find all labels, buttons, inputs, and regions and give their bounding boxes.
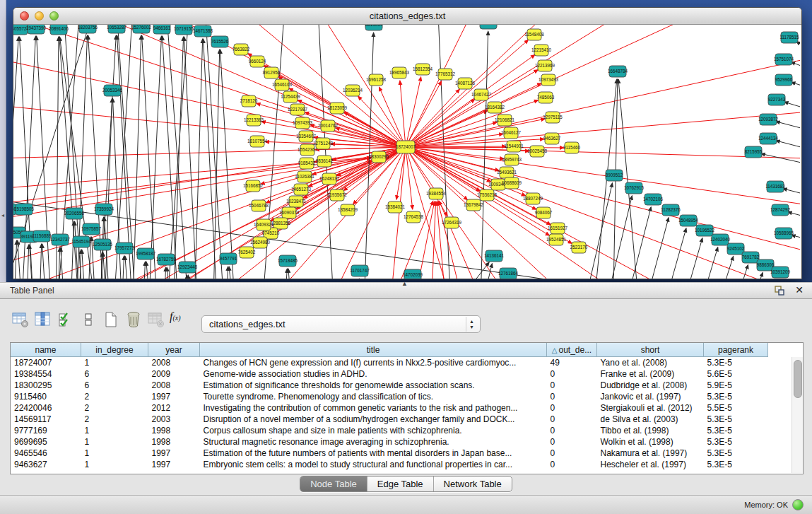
- table-cell[interactable]: Franke et al. (2009): [597, 368, 704, 380]
- splitter-handle[interactable]: ▲: [401, 280, 408, 287]
- network-node[interactable]: 12923448: [177, 262, 198, 273]
- table-cell[interactable]: 2: [81, 414, 148, 425]
- table-cell[interactable]: 0: [547, 459, 597, 470]
- network-node[interactable]: 19524851: [546, 234, 567, 245]
- table-row[interactable]: 946362711997Embryonic stem cells: a mode…: [11, 459, 804, 470]
- network-node[interactable]: 12505135: [93, 239, 113, 250]
- column-header-pagerank[interactable]: pagerank: [704, 343, 768, 357]
- table-cell[interactable]: 9465546: [11, 448, 81, 459]
- table-row[interactable]: 946554611997Estimation of the future num…: [11, 448, 804, 459]
- network-node[interactable]: 12213969: [535, 60, 555, 71]
- network-node[interactable]: 10653287: [107, 25, 127, 33]
- table-cell[interactable]: 5.3E-5: [704, 391, 768, 402]
- tab-network-table[interactable]: Network Table: [434, 477, 512, 491]
- table-cell[interactable]: 2012: [148, 402, 200, 414]
- network-node[interactable]: 17765312: [435, 69, 456, 80]
- network-node[interactable]: 16546103: [272, 79, 293, 90]
- network-node[interactable]: 12402040: [710, 234, 731, 245]
- network-node[interactable]: 11545194: [71, 236, 91, 247]
- network-node[interactable]: 2718120: [240, 95, 258, 107]
- table-cell[interactable]: 9463627: [11, 459, 81, 470]
- table-cell[interactable]: Jankovic et al. (1997): [597, 391, 704, 402]
- network-node[interactable]: 10719155: [174, 25, 194, 35]
- table-cell[interactable]: Tibbo et al. (1998): [597, 425, 704, 436]
- network-node[interactable]: 14136141: [484, 250, 505, 262]
- network-node[interactable]: 10588965: [774, 228, 794, 239]
- network-node[interactable]: 19958187: [136, 248, 156, 259]
- table-row[interactable]: 977716911998Corpus callosum shape and si…: [11, 425, 804, 436]
- network-node[interactable]: 9466161: [153, 25, 171, 34]
- table-cell[interactable]: Tourette syndrome. Phenomenology and cla…: [200, 391, 547, 402]
- table-cell[interactable]: Nakamura et al. (1997): [597, 448, 704, 459]
- close-panel-icon[interactable]: ✕: [795, 284, 804, 296]
- table-cell[interactable]: Hescheler et al. (1997): [597, 459, 704, 470]
- table-row[interactable]: 2242004622012Investigating the contribut…: [11, 402, 804, 414]
- network-node[interactable]: 12106821: [495, 115, 515, 126]
- network-node[interactable]: 9836142: [316, 156, 334, 167]
- table-cell[interactable]: 2: [81, 391, 148, 402]
- table-cell[interactable]: 5.5E-5: [704, 402, 768, 414]
- network-node[interactable]: 11431683: [765, 181, 785, 192]
- network-node[interactable]: 11701747: [350, 265, 370, 276]
- table-cell[interactable]: 5.3E-5: [704, 425, 768, 436]
- table-cell[interactable]: 2008: [148, 380, 200, 391]
- table-row[interactable]: 1938455462009Genome-wide association stu…: [11, 368, 804, 380]
- network-node[interactable]: 17359924: [94, 204, 114, 215]
- column-header-out_de[interactable]: △out_de...: [547, 343, 597, 357]
- network-node[interactable]: 10973493: [539, 74, 559, 86]
- network-node[interactable]: 15384021: [385, 201, 406, 213]
- network-node[interactable]: 9660124: [249, 56, 266, 67]
- table-cell[interactable]: 5.3E-5: [704, 459, 768, 470]
- table-row[interactable]: 1456911722003Disruption of a novel membe…: [11, 414, 804, 425]
- network-node[interactable]: 18123059: [327, 103, 348, 114]
- network-node[interactable]: 17957273: [114, 243, 135, 254]
- table-row[interactable]: 911546021997Tourette syndrome. Phenomeno…: [11, 391, 804, 402]
- network-node[interactable]: 11156889: [32, 230, 52, 242]
- table-row[interactable]: 1872400712008Changes of HCN gene express…: [11, 357, 804, 369]
- network-node[interactable]: 18959743: [502, 154, 522, 165]
- network-node[interactable]: 16248137: [319, 173, 340, 185]
- network-node[interactable]: 15198505: [14, 204, 35, 215]
- network-node[interactable]: 15751074: [774, 54, 794, 65]
- table-cell[interactable]: 5.3E-5: [704, 448, 768, 459]
- function-builder-icon[interactable]: f(x): [170, 310, 188, 329]
- network-node[interactable]: 15048954: [678, 215, 699, 226]
- network-node[interactable]: 16151927: [548, 223, 568, 234]
- table-cell[interactable]: 1997: [148, 459, 200, 470]
- new-column-icon[interactable]: [102, 310, 120, 329]
- network-node[interactable]: 10975857: [81, 223, 102, 235]
- table-cell[interactable]: 0: [547, 402, 597, 414]
- network-node[interactable]: 9084067: [535, 207, 553, 218]
- network-node[interactable]: 18807249: [523, 193, 543, 204]
- table-cell[interactable]: 14569117: [11, 414, 81, 425]
- network-node[interactable]: 10974393: [293, 117, 313, 129]
- table-cell[interactable]: 1: [81, 459, 148, 470]
- table-cell[interactable]: 1998: [148, 425, 200, 436]
- table-cell[interactable]: 1: [81, 436, 148, 448]
- network-node[interactable]: 12761864: [498, 268, 519, 279]
- network-node[interactable]: 10025458: [527, 146, 548, 157]
- network-node[interactable]: 10391209: [770, 267, 791, 278]
- table-cell[interactable]: Investigating the contribution of common…: [200, 402, 547, 414]
- table-cell[interactable]: 2: [81, 402, 148, 414]
- network-node[interactable]: 12215410: [531, 45, 552, 56]
- network-node[interactable]: 9463627: [543, 133, 561, 144]
- table-cell[interactable]: de Silva et al. (2003): [597, 414, 704, 425]
- network-node[interactable]: 7615526: [211, 36, 229, 47]
- table-cell[interactable]: Corpus callosum shape and size in male p…: [200, 425, 547, 436]
- network-node[interactable]: 14702039: [403, 269, 423, 279]
- network-node[interactable]: 9185432: [298, 158, 316, 169]
- network-node[interactable]: 11254439: [281, 91, 300, 103]
- network-node[interactable]: 13584209: [338, 204, 358, 216]
- table-settings-icon[interactable]: [11, 310, 30, 329]
- table-cell[interactable]: Estimation of significance thresholds fo…: [200, 380, 547, 391]
- network-node[interactable]: 16409321: [254, 219, 274, 230]
- table-cell[interactable]: Estimation of the future numbers of pati…: [200, 448, 547, 459]
- table-cell[interactable]: 1997: [148, 391, 200, 402]
- network-node[interactable]: 2087682: [480, 25, 498, 29]
- network-node[interactable]: 9457791: [220, 253, 237, 264]
- table-cell[interactable]: 0: [547, 391, 597, 402]
- network-node[interactable]: 8912954: [263, 67, 281, 78]
- table-selector-dropdown[interactable]: citations_edges.txt ▲▼: [201, 315, 481, 333]
- network-node[interactable]: 15542367: [298, 144, 318, 156]
